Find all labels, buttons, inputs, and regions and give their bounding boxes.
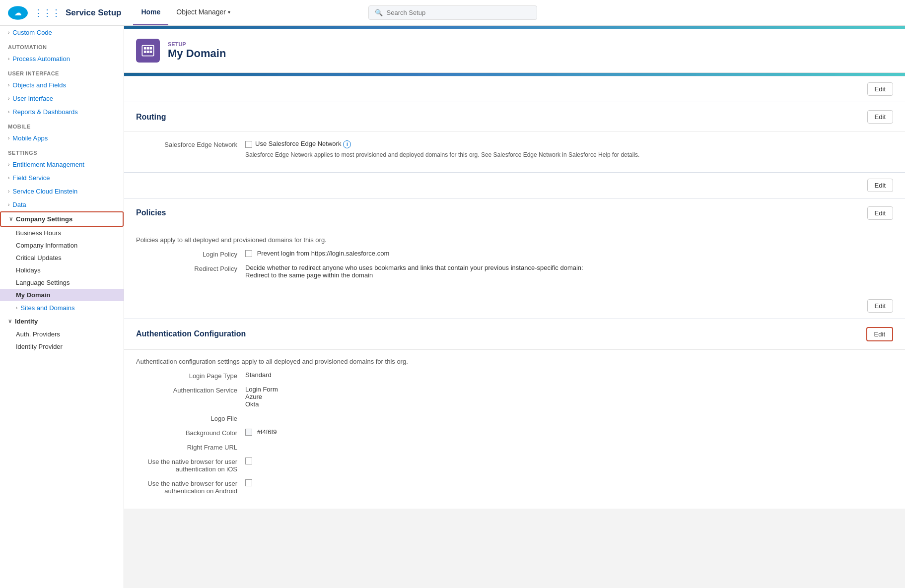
svg-text:☁: ☁ (14, 8, 21, 16)
chevron-right-icon: › (8, 109, 9, 115)
sidebar-item-objects-fields[interactable]: › Objects and Fields (0, 78, 124, 92)
sidebar-section-automation: AUTOMATION (0, 39, 124, 52)
auth-service-value: Login Form Azure Okta (245, 386, 893, 408)
svg-rect-7 (147, 51, 149, 53)
chevron-right-icon: › (8, 56, 9, 62)
sidebar-item-process-automation[interactable]: › Process Automation (0, 52, 124, 65)
sidebar-subitem-business-hours[interactable]: Business Hours (0, 227, 124, 239)
sidebar-subitem-identity-provider[interactable]: Identity Provider (0, 340, 124, 353)
logo-file-label: Logo File (136, 414, 245, 422)
policies-description: Policies apply to all deployed and provi… (136, 236, 893, 244)
page-title: My Domain (168, 47, 226, 60)
routing-bottom-edit-button[interactable]: Edit (867, 179, 893, 192)
sidebar-section-ui: USER INTERFACE (0, 65, 124, 78)
chevron-down-icon: ▾ (228, 9, 230, 15)
chevron-right-icon: › (16, 305, 17, 311)
background-color-label: Background Color (136, 428, 245, 437)
logo-file-row: Logo File (136, 414, 893, 422)
routing-bottom-edit-row: Edit (124, 173, 905, 198)
redirect-policy-row: Redirect Policy Decide whether to redire… (136, 264, 893, 279)
top-edit-button[interactable]: Edit (867, 82, 893, 96)
sidebar-item-company-settings[interactable]: ∨ Company Settings (0, 211, 124, 227)
redirect-policy-label: Redirect Policy (136, 264, 245, 272)
sidebar-subitem-critical-updates[interactable]: Critical Updates (0, 252, 124, 264)
tab-object-manager[interactable]: Object Manager ▾ (168, 0, 238, 25)
sidebar-subitem-language-settings[interactable]: Language Settings (0, 276, 124, 289)
native-browser-ios-checkbox[interactable] (245, 457, 252, 464)
svg-rect-3 (144, 47, 146, 50)
sidebar-item-custom-code[interactable]: › Custom Code (0, 26, 124, 39)
search-input[interactable] (387, 9, 531, 16)
search-bar: 🔍 (368, 5, 537, 20)
sidebar-item-entitlement[interactable]: › Entitlement Management (0, 158, 124, 171)
native-browser-ios-value (245, 457, 893, 465)
sidebar-section-mobile: MOBILE (0, 119, 124, 131)
routing-edit-button[interactable]: Edit (867, 110, 893, 124)
native-browser-android-label: Use the native browser for user authenti… (136, 479, 245, 495)
edge-network-checkbox[interactable] (245, 141, 252, 148)
chevron-right-icon: › (8, 82, 9, 88)
search-icon: 🔍 (375, 9, 383, 16)
auth-config-section-body: Authentication configuration settings ap… (124, 350, 905, 509)
sidebar-subitem-company-information[interactable]: Company Information (0, 239, 124, 252)
top-edit-row: Edit (124, 76, 905, 102)
info-icon[interactable]: i (343, 140, 351, 148)
routing-field-label: Salesforce Edge Network (136, 140, 245, 148)
sidebar-item-sites-and-domains[interactable]: › Sites and Domains (0, 301, 124, 315)
sidebar-item-user-interface[interactable]: › User Interface (0, 92, 124, 105)
auth-config-section-header: Authentication Configuration Edit (124, 319, 905, 350)
policies-bottom-edit-row: Edit (124, 293, 905, 319)
routing-field-value: Use Salesforce Edge Networki Salesforce … (245, 140, 893, 158)
chevron-down-icon: ∨ (9, 216, 13, 222)
chevron-right-icon: › (8, 135, 9, 141)
policies-bottom-edit-button[interactable]: Edit (867, 299, 893, 313)
policies-edit-button[interactable]: Edit (867, 206, 893, 220)
login-policy-checkbox[interactable] (245, 250, 252, 257)
routing-section-header: Routing Edit (124, 102, 905, 132)
sidebar-subitem-holidays[interactable]: Holidays (0, 264, 124, 276)
sidebar-subitem-auth-providers[interactable]: Auth. Providers (0, 328, 124, 340)
sidebar-item-mobile-apps[interactable]: › Mobile Apps (0, 131, 124, 145)
sidebar-item-field-service[interactable]: › Field Service (0, 171, 124, 185)
auth-config-edit-button[interactable]: Edit (866, 327, 893, 341)
sidebar-item-identity[interactable]: ∨ Identity (0, 315, 124, 328)
routing-section-body: Salesforce Edge Network Use Salesforce E… (124, 132, 905, 172)
routing-field-row: Salesforce Edge Network Use Salesforce E… (136, 140, 893, 158)
auth-config-title: Authentication Configuration (136, 329, 246, 338)
routing-title: Routing (136, 113, 166, 122)
login-policy-row: Login Policy Prevent login from https://… (136, 250, 893, 258)
sidebar-section-settings: SETTINGS (0, 145, 124, 158)
sidebar-item-data[interactable]: › Data (0, 198, 124, 211)
chevron-right-icon: › (8, 162, 9, 167)
grid-icon[interactable]: ⋮⋮⋮ (34, 7, 61, 18)
svg-rect-8 (150, 51, 152, 53)
native-browser-android-checkbox[interactable] (245, 479, 252, 486)
login-policy-value: Prevent login from https://login.salesfo… (245, 250, 893, 258)
my-domain-icon (136, 39, 160, 63)
sidebar-subitem-my-domain[interactable]: My Domain (0, 289, 124, 301)
native-browser-ios-label: Use the native browser for user authenti… (136, 457, 245, 473)
sidebar-item-reports-dashboards[interactable]: › Reports & Dashboards (0, 105, 124, 119)
sidebar-item-service-cloud-einstein[interactable]: › Service Cloud Einstein (0, 185, 124, 198)
content-body: Edit Routing Edit Salesforce Edge Networ… (124, 76, 905, 509)
auth-config-description: Authentication configuration settings ap… (136, 358, 893, 365)
auth-config-section: Authentication Configuration Edit Authen… (124, 319, 905, 509)
svg-rect-5 (150, 47, 152, 50)
login-policy-label: Login Policy (136, 250, 245, 258)
top-nav: ☁ ⋮⋮⋮ Service Setup Home Object Manager … (0, 0, 905, 26)
setup-label: SETUP (168, 41, 226, 47)
sidebar: › Custom Code AUTOMATION › Process Autom… (0, 26, 124, 588)
background-color-row: Background Color #f4f6f9 (136, 428, 893, 437)
page-header-text: SETUP My Domain (168, 41, 226, 60)
login-page-type-label: Login Page Type (136, 371, 245, 380)
auth-service-row: Authentication Service Login Form Azure … (136, 386, 893, 408)
policies-title: Policies (136, 208, 166, 217)
salesforce-logo: ☁ (8, 3, 28, 23)
native-browser-ios-row: Use the native browser for user authenti… (136, 457, 893, 473)
redirect-policy-value: Decide whether to redirect anyone who us… (245, 264, 893, 279)
tab-home[interactable]: Home (133, 0, 168, 25)
policies-section-body: Policies apply to all deployed and provi… (124, 228, 905, 293)
policies-section-header: Policies Edit (124, 198, 905, 228)
chevron-right-icon: › (8, 96, 9, 101)
chevron-right-icon: › (8, 175, 9, 181)
